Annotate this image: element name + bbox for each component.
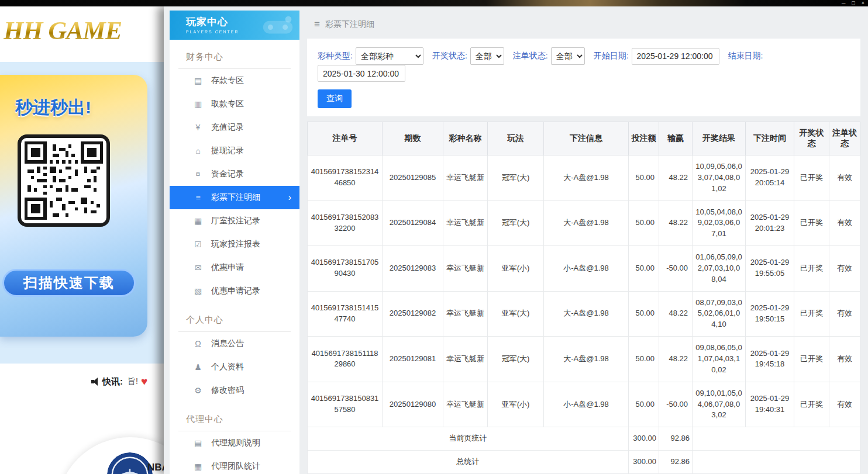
lottery-type-select[interactable]: 全部彩种 xyxy=(356,47,423,65)
cell-bet-status: 有效 xyxy=(829,200,860,246)
recharge-icon: ¥ xyxy=(193,123,203,132)
cell-draw-status: 已开奖 xyxy=(794,246,829,292)
qr-code xyxy=(18,134,110,227)
cell-period: 20250129083 xyxy=(383,246,443,292)
sidebar-item-messages[interactable]: Ω消息公告 xyxy=(170,332,299,355)
cell-draw-result: 09,08,06,05,01,07,04,03,10,02 xyxy=(693,337,746,382)
ticker-label: 快讯: xyxy=(102,376,123,387)
menu-toggle-icon[interactable]: ≡ xyxy=(314,19,320,30)
sidebar-item-deposit[interactable]: ▤存款专区 xyxy=(170,69,299,92)
summary-winloss-total: 92.86 xyxy=(659,451,693,474)
cell-draw-status: 已开奖 xyxy=(794,337,829,382)
cell-lottery-name: 幸运飞艇新 xyxy=(443,200,488,246)
cell-bet-info: 大-A盘@1.98 xyxy=(544,291,629,337)
cell-bet-info: 大-A盘@1.98 xyxy=(544,200,629,246)
sidebar-item-withdraw[interactable]: ▥取款专区 xyxy=(170,92,299,116)
cell-lottery-name: 幸运飞艇新 xyxy=(443,291,488,337)
sidebar-item-promo-apply[interactable]: ✉优惠申请 xyxy=(170,256,299,279)
cell-bet-id: 401569173815141547740 xyxy=(308,291,383,337)
cell-bet-id: 401569173815231446850 xyxy=(308,155,383,201)
speaker-icon xyxy=(91,378,99,386)
sidebar-item-promo-apply-records[interactable]: ▧优惠申请记录 xyxy=(170,279,299,303)
draw-status-label: 开奖状态: xyxy=(432,51,467,61)
sidebar-item-profile[interactable]: ♟个人资料 xyxy=(170,355,299,379)
draw-status-select[interactable]: 全部 xyxy=(470,47,504,65)
summary-empty xyxy=(693,427,860,451)
query-button[interactable]: 查询 xyxy=(318,89,352,108)
summary-row-total: 总统计300.0092.86 xyxy=(308,451,860,474)
main-content: ≡ 彩票下注明细 彩种类型: 全部彩种 开奖状态: 全部 注单状态: 全部 xyxy=(299,11,868,474)
cell-draw-result: 01,06,05,09,02,07,03,10,08,04 xyxy=(693,246,746,292)
window-close-icon[interactable]: × xyxy=(862,0,864,6)
column-header-bet-info: 下注信息 xyxy=(544,122,629,155)
column-header-bet-amount: 投注额 xyxy=(629,122,659,155)
summary-label: 当前页统计 xyxy=(308,427,629,451)
ticker-text: 旨! xyxy=(128,376,138,387)
sidebar-item-withdraw-records[interactable]: ⌂提现记录 xyxy=(170,139,299,162)
cell-win-loss: 48.22 xyxy=(659,291,693,337)
cell-draw-status: 已开奖 xyxy=(794,382,829,427)
table-row: 40156917381514154774020250129082幸运飞艇新亚军(… xyxy=(308,291,860,337)
sidebar-item-recharge-records[interactable]: ¥充值记录 xyxy=(170,116,299,139)
summary-label: 总统计 xyxy=(308,451,629,474)
column-header-draw-result: 开奖结果 xyxy=(693,122,746,155)
promo-headline: 秒进秒出! xyxy=(15,96,91,120)
sidebar-item-label: 代理规则说明 xyxy=(211,438,260,448)
cell-draw-result: 08,07,09,03,05,02,06,01,04,10 xyxy=(693,291,746,337)
table-row: 40156917381523144685020250129085幸运飞艇新冠军(… xyxy=(308,155,860,201)
sidebar-item-fund-records[interactable]: ¤资金记录 xyxy=(170,162,299,186)
cell-win-loss: 48.22 xyxy=(659,200,693,246)
window-minimize-icon[interactable]: ─ xyxy=(842,0,845,6)
bet-status-label: 注单状态: xyxy=(513,51,548,61)
sidebar-item-player-bet-report[interactable]: ☑玩家投注报表 xyxy=(170,233,299,256)
end-date-input[interactable] xyxy=(318,65,405,82)
sidebar-item-agent-team-stats[interactable]: ▦代理团队统计 xyxy=(170,455,299,474)
cell-lottery-name: 幸运飞艇新 xyxy=(443,246,488,292)
page-header: ≡ 彩票下注明细 xyxy=(307,11,860,39)
cell-play-type: 亚军(小) xyxy=(488,246,544,292)
cell-lottery-name: 幸运飞艇新 xyxy=(443,382,488,427)
promo-records-icon: ▧ xyxy=(193,286,203,296)
gamepad-icon xyxy=(262,15,294,35)
sidebar-item-label: 消息公告 xyxy=(211,338,244,349)
summary-winloss-total: 92.86 xyxy=(659,427,693,451)
cell-draw-result: 10,09,05,06,03,07,04,08,01,02 xyxy=(693,155,746,201)
chart-icon: ▦ xyxy=(193,462,203,471)
bet-status-select[interactable]: 全部 xyxy=(551,47,585,65)
cell-play-type: 亚军(大) xyxy=(488,291,544,337)
sidebar-item-label: 优惠申请 xyxy=(211,262,244,273)
start-date-label: 开始日期: xyxy=(594,51,629,61)
sidebar-item-label: 充值记录 xyxy=(211,122,244,133)
sidebar-sections: 财务中心▤存款专区▥取款专区¥充值记录⌂提现记录¤资金记录≡彩票下注明细›▦厅室… xyxy=(170,51,299,474)
cell-bet-time: 2025-01-29 20:05:14 xyxy=(746,155,794,201)
cell-bet-amount: 50.00 xyxy=(629,382,659,427)
cell-bet-info: 大-A盘@1.98 xyxy=(544,337,629,382)
cell-draw-status: 已开奖 xyxy=(794,291,829,337)
cell-lottery-name: 幸运飞艇新 xyxy=(443,337,488,382)
sidebar-item-lottery-bet-details[interactable]: ≡彩票下注明细› xyxy=(170,186,299,209)
cell-period: 20250129082 xyxy=(383,291,443,337)
sidebar-item-label: 修改密码 xyxy=(211,385,244,396)
players-center-modal: 玩家中心 PLAYERS CENTER 财务中心▤存款专区▥取款专区¥充值记录⌂… xyxy=(164,6,868,474)
table-row: 40156917381511182986020250129081幸运飞艇新冠军(… xyxy=(308,337,860,382)
cell-bet-amount: 50.00 xyxy=(629,337,659,382)
document-icon: ▤ xyxy=(193,438,203,448)
cell-bet-status: 有效 xyxy=(829,291,860,337)
bets-table-card: 注单号期数彩种名称玩法下注信息投注额输赢开奖结果下注时间开奖状态注单状态 401… xyxy=(307,122,860,474)
column-header-bet-id: 注单号 xyxy=(308,122,383,155)
cell-lottery-name: 幸运飞艇新 xyxy=(443,155,488,201)
sidebar-item-hall-bet-records[interactable]: ▦厅室投注记录 xyxy=(170,209,299,233)
lottery-type-label: 彩种类型: xyxy=(318,51,353,61)
report-icon: ☑ xyxy=(193,240,203,249)
cell-bet-info: 小-A盘@1.98 xyxy=(544,246,629,292)
sidebar-item-label: 个人资料 xyxy=(211,362,244,372)
download-button[interactable]: 扫描快速下载 xyxy=(2,269,136,297)
window-maximize-icon[interactable]: □ xyxy=(852,0,855,6)
cell-win-loss: -50.00 xyxy=(659,382,693,427)
partner-name: NBA xyxy=(147,462,164,473)
start-date-input[interactable] xyxy=(632,48,719,65)
sidebar-item-label: 玩家投注报表 xyxy=(211,239,260,250)
cell-bet-id: 401569173815170590430 xyxy=(308,246,383,292)
sidebar-item-change-password[interactable]: ⚙修改密码 xyxy=(170,379,299,402)
sidebar-item-agent-rules[interactable]: ▤代理规则说明 xyxy=(170,431,299,455)
